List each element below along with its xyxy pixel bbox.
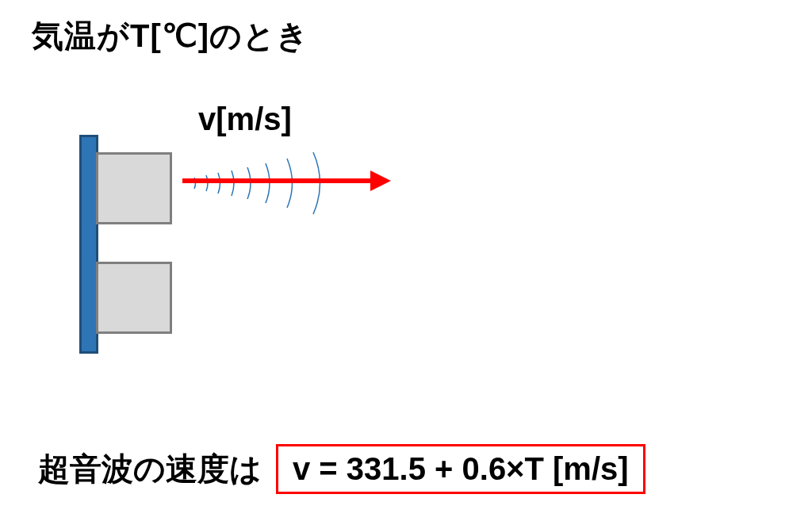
sound-wave-icon [182, 147, 365, 222]
speed-label: 超音波の速度は [38, 447, 262, 491]
sensor-transmitter-block [96, 152, 172, 224]
formula-row: 超音波の速度は v = 331.5 + 0.6×T [m/s] [38, 444, 645, 494]
formula-box: v = 331.5 + 0.6×T [m/s] [276, 444, 645, 494]
sensor-receiver-block [96, 262, 172, 334]
velocity-label: v[m/s] [198, 102, 292, 137]
diagram-stage: 気温がT[℃]のとき v[m/s] 超音波の速度は v = 331.5 + 0.… [0, 0, 812, 521]
arrow-shaft [182, 178, 373, 183]
title-text: 気温がT[℃]のとき [32, 14, 309, 58]
arrow-head [370, 170, 391, 191]
